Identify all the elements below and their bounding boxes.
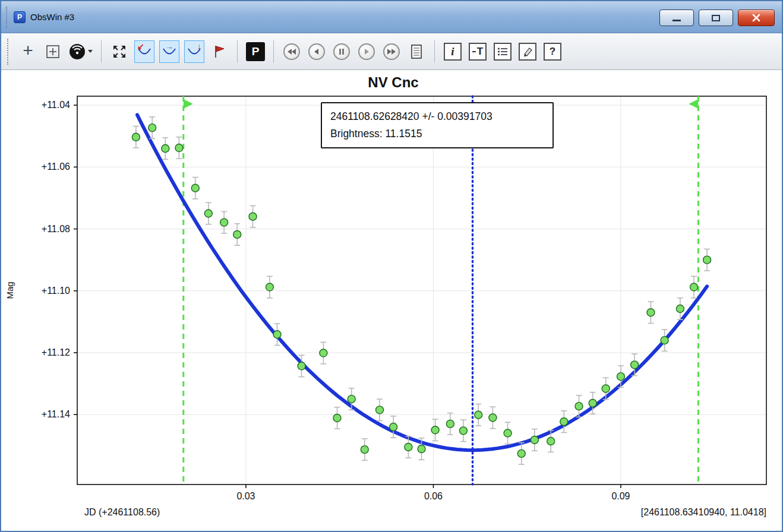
- help-icon: ?: [544, 43, 561, 61]
- tooltip-brightness: Brightness: 11.1515: [330, 125, 544, 142]
- svg-text:+11.10: +11.10: [42, 286, 70, 296]
- expand-arrows-icon: [112, 44, 127, 59]
- arrow-right-icon: →: [165, 42, 173, 50]
- period-icon: P: [246, 42, 265, 61]
- close-button[interactable]: [738, 10, 775, 26]
- toolbar-separator: [101, 40, 102, 63]
- window-controls: [659, 10, 775, 26]
- toolbar-separator: [237, 40, 238, 63]
- flag-marker-button[interactable]: [209, 40, 229, 63]
- svg-text:+11.04: +11.04: [42, 100, 70, 110]
- app-icon: P: [14, 11, 26, 23]
- report-icon: [409, 43, 424, 60]
- range-full-toggle[interactable]: →: [159, 40, 179, 63]
- add-window-button[interactable]: [43, 40, 63, 63]
- rewind-icon: [283, 43, 300, 60]
- obswin-window: P ObsWin #3 +: [0, 0, 783, 532]
- list-button[interactable]: [492, 40, 513, 63]
- window-title: ObsWin #3: [30, 12, 74, 22]
- arrow-down-icon: ↓: [197, 42, 201, 50]
- svg-text:+11.14: +11.14: [42, 409, 70, 419]
- add-window-icon: [45, 44, 61, 59]
- rewind-button[interactable]: [282, 40, 302, 63]
- fit-result-tooltip: 2461108.62628420 +/- 0.00391703 Brightne…: [321, 102, 554, 148]
- edit-button[interactable]: [517, 40, 538, 63]
- svg-text:0.09: 0.09: [611, 491, 630, 501]
- pause-button[interactable]: [331, 40, 352, 63]
- svg-text:+11.12: +11.12: [42, 347, 70, 357]
- range-right-icon: ↓: [187, 45, 201, 59]
- maximize-button[interactable]: [699, 10, 733, 26]
- broadcast-icon: [68, 43, 86, 61]
- toolbar-separator: [434, 40, 435, 63]
- range-full-icon: →: [162, 45, 176, 59]
- toolbar-grip[interactable]: [7, 39, 10, 65]
- pencil-icon: [519, 43, 536, 61]
- svg-text:0.06: 0.06: [424, 491, 443, 501]
- plus-icon: +: [23, 42, 33, 59]
- toolbar: +: [1, 33, 782, 70]
- chevron-down-icon: [88, 50, 93, 53]
- minimize-icon: [673, 20, 681, 21]
- close-icon: [752, 13, 761, 23]
- svg-text:Mag: Mag: [5, 281, 15, 299]
- text-icon: T: [469, 43, 487, 61]
- play-button[interactable]: [356, 40, 377, 63]
- insert-text-button[interactable]: T: [468, 40, 488, 63]
- titlebar-grip: [6, 7, 8, 28]
- toolbar-separator: [273, 40, 274, 63]
- add-observation-button[interactable]: +: [18, 40, 38, 63]
- play-icon: [358, 43, 375, 60]
- info-button[interactable]: i: [443, 40, 463, 63]
- svg-text:[2461108.63410940, 11.0418]: [2461108.63410940, 11.0418]: [641, 507, 766, 517]
- chart-area: 0.030.060.09+11.04+11.06+11.08+11.10+11.…: [1, 70, 782, 531]
- zoom-extents-button[interactable]: [109, 40, 130, 63]
- range-left-icon: ↙: [137, 45, 151, 59]
- maximize-icon: [712, 15, 720, 21]
- arrow-down-left-icon: ↙: [137, 42, 144, 50]
- tooltip-epoch: 2461108.62628420 +/- 0.00391703: [330, 108, 544, 125]
- broadcast-menu-button[interactable]: [68, 40, 93, 63]
- range-left-toggle[interactable]: ↙: [134, 40, 154, 63]
- fast-forward-icon: [383, 43, 400, 60]
- step-back-button[interactable]: [307, 40, 327, 63]
- info-icon: i: [444, 43, 462, 61]
- step-back-icon: [308, 43, 325, 60]
- svg-text:JD (+2461108.56): JD (+2461108.56): [84, 507, 160, 517]
- list-icon: [494, 43, 512, 61]
- svg-text:NV Cnc: NV Cnc: [368, 74, 418, 90]
- range-right-toggle[interactable]: ↓: [184, 40, 204, 63]
- report-button[interactable]: [406, 40, 427, 63]
- text-dash: [472, 51, 476, 52]
- help-button[interactable]: ?: [542, 40, 563, 63]
- minimize-button[interactable]: [659, 10, 694, 26]
- svg-text:0.03: 0.03: [236, 491, 255, 501]
- svg-text:+11.08: +11.08: [42, 224, 70, 234]
- svg-text:+11.06: +11.06: [42, 162, 70, 172]
- fast-forward-button[interactable]: [381, 40, 402, 63]
- pause-icon: [333, 43, 350, 60]
- titlebar[interactable]: P ObsWin #3: [1, 1, 782, 33]
- flag-icon: [212, 44, 226, 59]
- period-button[interactable]: P: [245, 40, 266, 63]
